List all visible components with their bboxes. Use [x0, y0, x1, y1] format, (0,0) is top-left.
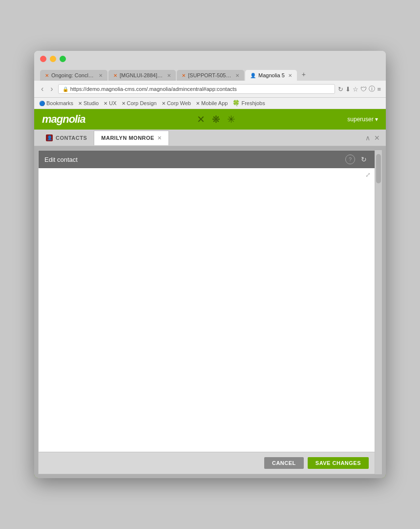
- star-icon[interactable]: ☆: [353, 86, 358, 93]
- bookmark-label-studio: Studio: [84, 100, 99, 106]
- tab-label-2: [MGNLUI-2884] Pres...: [120, 72, 164, 78]
- browser-window: ✕ Ongoing: Conclude t... ✕ ✕ [MGNLUI-288…: [34, 51, 386, 478]
- cancel-button[interactable]: CANCEL: [264, 457, 304, 469]
- lock-icon: 🔒: [63, 87, 68, 92]
- edit-panel: Edit contact ? ↻: [38, 150, 375, 474]
- footer-bar: CANCEL SAVE CHANGES: [39, 452, 375, 474]
- bookmark-bookmarks[interactable]: 🔵 Bookmarks: [39, 100, 73, 106]
- minimize-button[interactable]: [50, 56, 56, 62]
- ux-icon: ✕: [104, 101, 107, 106]
- address-bar: ‹ › 🔒 https://demo.magnolia-cms.com/.mag…: [34, 81, 386, 98]
- tab-close-1[interactable]: ✕: [99, 73, 103, 78]
- main-layout: Edit contact ? ↻: [38, 150, 382, 474]
- window-controls: [40, 56, 380, 62]
- tab-contacts[interactable]: 👤 CONTACTS: [39, 131, 94, 145]
- browser-tabs: ✕ Ongoing: Conclude t... ✕ ✕ [MGNLUI-288…: [40, 66, 380, 81]
- bookmarks-icon: 🔵: [39, 101, 45, 106]
- new-tab-button[interactable]: +: [298, 68, 310, 81]
- bookmark-mobile-app[interactable]: ✕ Mobile App: [196, 100, 228, 106]
- bookmark-freshjobs[interactable]: 🍀 Freshjobs: [232, 100, 265, 107]
- menu-icon[interactable]: ≡: [377, 86, 381, 93]
- superuser-button[interactable]: superuser ▾: [347, 116, 378, 123]
- tab-label-3: [SUPPORT-5057] M...: [188, 72, 232, 78]
- bookmarks-bar: 🔵 Bookmarks ✕ Studio ✕ UX ✕ Corp Design …: [34, 98, 386, 109]
- bookmark-corp-web[interactable]: ✕ Corp Web: [162, 100, 191, 106]
- refresh-icon[interactable]: ↻: [338, 86, 343, 93]
- bookmark-label-corp-design: Corp Design: [127, 100, 157, 106]
- bookmark-ux[interactable]: ✕ UX: [104, 100, 116, 106]
- edit-panel-title: Edit contact: [44, 156, 78, 163]
- title-bar: ✕ Ongoing: Conclude t... ✕ ✕ [MGNLUI-288…: [34, 51, 386, 81]
- header-icons: ✕ ❋ ✳: [197, 113, 235, 125]
- superuser-label: superuser ▾: [347, 116, 378, 123]
- tab-controls: ∧ ✕: [364, 133, 381, 143]
- bookmark-label-bookmarks: Bookmarks: [46, 100, 73, 106]
- content-wrapper: Edit contact ? ↻: [34, 146, 386, 478]
- apps-icon-3[interactable]: ✳: [227, 113, 235, 125]
- tab-close-4[interactable]: ✕: [288, 73, 292, 78]
- maximize-button[interactable]: [60, 56, 66, 62]
- app-container: magnolia ✕ ❋ ✳ superuser ▾ 👤 CONTACTS MA…: [34, 109, 386, 478]
- panel-header-icons: ? ↻: [345, 154, 369, 164]
- edit-body: ⤢: [39, 168, 375, 452]
- browser-tab-4[interactable]: 👤 Magnolia 5 ✕: [245, 70, 297, 81]
- url-field[interactable]: 🔒 https://demo.magnolia-cms.com/.magnoli…: [58, 84, 336, 94]
- edit-panel-header: Edit contact ? ↻: [39, 151, 375, 168]
- tab-favicon-4: 👤: [250, 73, 256, 78]
- bookmark-corp-design[interactable]: ✕ Corp Design: [122, 100, 157, 106]
- tab-favicon-3: ✕: [182, 73, 186, 78]
- save-changes-button[interactable]: SAVE CHANGES: [308, 457, 369, 469]
- tab-label-4: Magnolia 5: [258, 72, 285, 78]
- shield-icon[interactable]: 🛡: [360, 86, 367, 93]
- forward-button[interactable]: ›: [48, 84, 55, 94]
- help-icon[interactable]: ?: [345, 154, 355, 164]
- contacts-icon-symbol: 👤: [47, 135, 52, 140]
- contacts-icon: 👤: [46, 134, 53, 141]
- main-content: Edit contact ? ↻: [38, 150, 375, 474]
- close-button[interactable]: [40, 56, 46, 62]
- address-icons: ↻ ⬇ ☆ 🛡 ⓘ ≡: [338, 85, 381, 93]
- bookmark-label-freshjobs: Freshjobs: [241, 100, 265, 106]
- mobile-app-icon: ✕: [196, 101, 200, 106]
- corp-design-icon: ✕: [122, 101, 126, 106]
- tab-marilyn-close[interactable]: ✕: [157, 135, 162, 141]
- refresh-panel-icon[interactable]: ↻: [359, 154, 369, 164]
- close-tab-button[interactable]: ✕: [373, 133, 381, 143]
- tab-close-3[interactable]: ✕: [235, 73, 239, 78]
- tab-marilyn-monroe-label: MARILYN MONROE: [101, 135, 154, 141]
- collapse-button[interactable]: ∧: [364, 133, 371, 143]
- corp-web-icon: ✕: [162, 101, 166, 106]
- tab-contacts-label: CONTACTS: [56, 135, 87, 141]
- apps-icon-1[interactable]: ✕: [197, 113, 205, 125]
- apps-icon-2[interactable]: ❋: [212, 113, 220, 125]
- browser-tab-1[interactable]: ✕ Ongoing: Conclude t... ✕: [40, 70, 107, 81]
- bookmark-label-ux: UX: [109, 100, 116, 106]
- tab-close-2[interactable]: ✕: [167, 73, 171, 78]
- scrollbar-thumb[interactable]: [376, 154, 381, 183]
- browser-tab-3[interactable]: ✕ [SUPPORT-5057] M... ✕: [177, 70, 244, 81]
- freshjobs-icon: 🍀: [232, 100, 240, 107]
- tab-marilyn-monroe[interactable]: MARILYN MONROE ✕: [94, 131, 169, 145]
- browser-tab-2[interactable]: ✕ [MGNLUI-2884] Pres... ✕: [108, 70, 176, 81]
- scrollbar[interactable]: [375, 150, 382, 474]
- bookmark-studio[interactable]: ✕ Studio: [78, 100, 99, 106]
- tab-favicon-2: ✕: [113, 73, 117, 78]
- info-icon[interactable]: ⓘ: [369, 85, 375, 93]
- bookmark-label-corp-web: Corp Web: [167, 100, 191, 106]
- download-icon[interactable]: ⬇: [345, 86, 351, 93]
- bookmark-label-mobile-app: Mobile App: [201, 100, 228, 106]
- url-text: https://demo.magnolia-cms.com/.magnolia/…: [70, 86, 331, 92]
- expand-icon[interactable]: ⤢: [365, 171, 371, 178]
- tab-label-1: Ongoing: Conclude t...: [51, 72, 95, 78]
- app-tabs: 👤 CONTACTS MARILYN MONROE ✕ ∧ ✕: [34, 130, 386, 146]
- logo-text: magnolia: [42, 113, 85, 125]
- magnolia-header: magnolia ✕ ❋ ✳ superuser ▾: [34, 109, 386, 130]
- magnolia-logo: magnolia: [42, 113, 85, 126]
- tab-favicon-1: ✕: [45, 73, 49, 78]
- back-button[interactable]: ‹: [39, 84, 45, 94]
- studio-icon: ✕: [78, 101, 82, 106]
